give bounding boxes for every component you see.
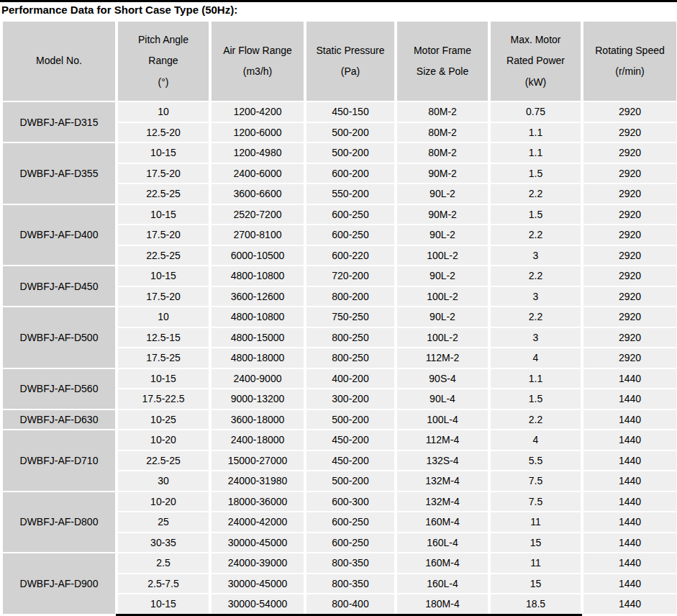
data-cell-col2: 6000-10500 [212, 246, 304, 266]
header-row: Model No.Pitch Angle Range (°)Air Flow R… [3, 22, 676, 101]
data-cell-col1: 12.5-20 [118, 123, 209, 142]
data-cell-col6: 2920 [583, 184, 676, 204]
data-cell-col6: 1440 [583, 512, 676, 532]
data-cell-col1: 30 [118, 471, 209, 491]
data-cell-col4: 132S-4 [397, 451, 488, 471]
model-cell: DWBFJ-AF-D630 [3, 410, 115, 430]
data-cell-col5: 11 [491, 512, 581, 532]
data-cell-col6: 2920 [583, 307, 676, 327]
data-cell-col1: 10-15 [118, 594, 209, 614]
data-cell-col6: 2920 [583, 348, 676, 368]
data-cell-col2: 24000-39000 [212, 553, 304, 573]
model-cell: DWBFJ-AF-D355 [3, 143, 115, 204]
data-cell-col2: 30000-45000 [212, 533, 304, 553]
data-cell-col2: 4800-18000 [212, 348, 304, 368]
data-cell-col3: 400-200 [306, 369, 394, 389]
table-row: DWBFJ-AF-D35510-151200-4980500-20080M-21… [3, 143, 676, 163]
data-cell-col4: 100L-2 [397, 328, 488, 348]
data-cell-col6: 2920 [583, 205, 676, 225]
table-row: DWBFJ-AF-D500104800-10800750-25090L-22.2… [3, 307, 676, 327]
data-cell-col3: 750-250 [306, 307, 394, 327]
model-cell: DWBFJ-AF-D900 [3, 553, 115, 614]
column-header-5: Max. Motor Rated Power (kW) [491, 22, 581, 101]
data-cell-col4: 180M-4 [397, 594, 488, 614]
data-cell-col5: 1.1 [491, 143, 581, 163]
data-cell-col1: 17.5-22.5 [118, 389, 209, 409]
data-cell-col4: 80M-2 [397, 143, 488, 163]
data-cell-col5: 5.5 [491, 451, 581, 471]
data-cell-col4: 90M-2 [397, 205, 488, 225]
data-cell-col3: 450-200 [306, 430, 394, 450]
data-cell-col6: 2920 [583, 143, 676, 163]
model-cell: DWBFJ-AF-D450 [3, 266, 115, 306]
data-cell-col1: 10-20 [118, 492, 209, 512]
table-title: Performance Data for Short Case Type (50… [1, 4, 237, 16]
data-cell-col2: 30000-54000 [212, 594, 304, 614]
data-cell-col2: 3600-6600 [212, 184, 304, 204]
data-cell-col3: 720-200 [306, 266, 394, 286]
column-header-4: Motor Frame Size & Pole [397, 22, 488, 101]
model-cell: DWBFJ-AF-D800 [3, 492, 115, 553]
data-cell-col3: 800-250 [306, 328, 394, 348]
data-cell-col5: 7.5 [491, 492, 581, 512]
data-cell-col6: 2920 [583, 266, 676, 286]
data-cell-col2: 9000-13200 [212, 389, 304, 409]
data-cell-col5: 2.2 [491, 410, 581, 430]
page: Performance Data for Short Case Type (50… [0, 0, 677, 616]
data-cell-col2: 2400-18000 [212, 430, 304, 450]
data-cell-col1: 2.5-7.5 [118, 574, 209, 594]
data-cell-col2: 1200-4980 [212, 143, 304, 163]
data-cell-col2: 2520-7200 [212, 205, 304, 225]
data-cell-col1: 22.5-25 [118, 184, 209, 204]
data-cell-col1: 10-15 [118, 143, 209, 163]
data-cell-col1: 10-15 [118, 266, 209, 286]
data-cell-col5: 2.2 [491, 225, 581, 245]
data-cell-col1: 30-35 [118, 533, 209, 553]
data-cell-col2: 4800-10800 [212, 307, 304, 327]
data-cell-col4: 160M-4 [397, 553, 488, 573]
data-cell-col3: 600-250 [306, 205, 394, 225]
data-cell-col3: 500-200 [306, 123, 394, 142]
data-cell-col2: 15000-27000 [212, 451, 304, 471]
data-cell-col1: 10-20 [118, 430, 209, 450]
data-cell-col4: 90L-2 [397, 266, 488, 286]
column-header-2: Air Flow Range (m3/h) [212, 22, 304, 101]
data-cell-col1: 17.5-25 [118, 348, 209, 368]
data-cell-col3: 500-200 [306, 143, 394, 163]
data-cell-col4: 100L-2 [397, 246, 488, 266]
data-cell-col3: 600-250 [306, 533, 394, 553]
data-cell-col5: 1.5 [491, 205, 581, 225]
data-cell-col6: 2920 [583, 328, 676, 348]
data-cell-col1: 22.5-25 [118, 451, 209, 471]
table-row: DWBFJ-AF-D71010-202400-18000450-200112M-… [3, 430, 676, 450]
data-cell-col3: 600-220 [306, 246, 394, 266]
data-cell-col3: 450-150 [306, 102, 394, 122]
data-cell-col3: 600-250 [306, 512, 394, 532]
data-cell-col3: 600-200 [306, 164, 394, 184]
data-cell-col2: 1200-4200 [212, 102, 304, 122]
data-cell-col5: 1.1 [491, 123, 581, 142]
data-cell-col5: 4 [491, 430, 581, 450]
data-cell-col6: 1440 [583, 430, 676, 450]
data-cell-col1: 22.5-25 [118, 246, 209, 266]
data-cell-col5: 15 [491, 574, 581, 594]
data-cell-col3: 600-300 [306, 492, 394, 512]
table-row: DWBFJ-AF-D63010-253600-18000500-200100L-… [3, 410, 676, 430]
data-cell-col1: 17.5-20 [118, 225, 209, 245]
data-cell-col6: 1440 [583, 471, 676, 491]
data-cell-col6: 2920 [583, 225, 676, 245]
data-cell-col1: 25 [118, 512, 209, 532]
data-cell-col1: 10-25 [118, 410, 209, 430]
data-cell-col3: 300-200 [306, 389, 394, 409]
data-cell-col6: 1440 [583, 451, 676, 471]
data-cell-col1: 12.5-15 [118, 328, 209, 348]
data-cell-col4: 80M-2 [397, 102, 488, 122]
data-cell-col2: 24000-31980 [212, 471, 304, 491]
data-cell-col6: 2920 [583, 123, 676, 142]
data-cell-col2: 2400-9000 [212, 369, 304, 389]
data-cell-col4: 132M-4 [397, 471, 488, 491]
data-cell-col6: 2920 [583, 102, 676, 122]
data-cell-col5: 1.1 [491, 369, 581, 389]
data-cell-col4: 90L-4 [397, 389, 488, 409]
data-cell-col4: 112M-4 [397, 430, 488, 450]
